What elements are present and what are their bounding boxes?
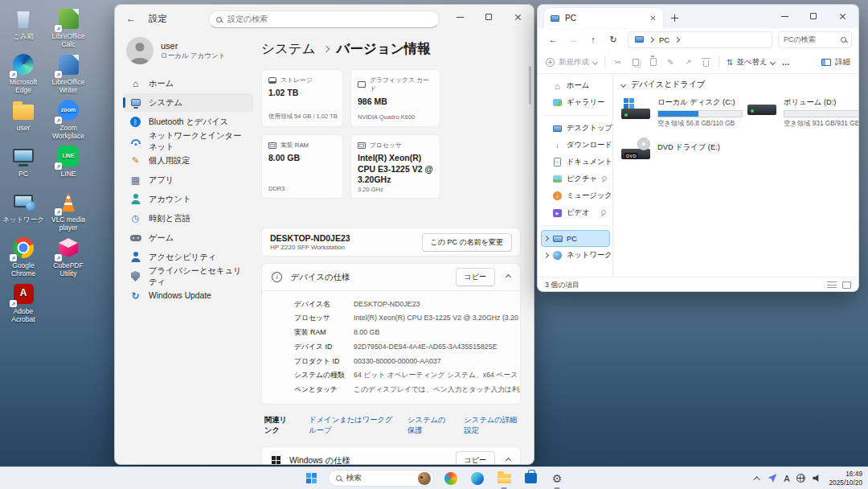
sidebar-item-personalization[interactable]: 個人用設定 [123,151,253,170]
delete-icon[interactable] [703,60,709,67]
desktop-icon-pc[interactable]: PC [2,144,45,179]
thumbnail-view-icon[interactable] [842,281,851,289]
taskbar-search[interactable]: 検索 [328,470,434,487]
desktop-icon-vlc[interactable]: VLC media player [47,190,90,232]
sidebar-item-downloads[interactable]: ダウンロード [541,137,610,154]
minimize-button[interactable] [445,5,474,29]
clock[interactable]: 16:49 2025/10/20 [829,470,862,487]
sidebar-item-home[interactable]: ホーム [541,77,610,94]
sidebar-item-accounts[interactable]: アカウント [123,190,253,208]
list-view-icon[interactable] [827,281,837,289]
new-item-button[interactable]: 新規作成 [546,57,597,68]
drive-d[interactable]: ボリューム (D:) 空き領域 931 GB/931 GB [747,97,859,128]
desktop-icon-line[interactable]: LINELINE [47,144,90,179]
sidebar-item-videos[interactable]: ビデオ [541,204,610,221]
sort-button[interactable]: 並べ替え [727,57,775,68]
sidebar-item-pc[interactable]: PC [541,230,610,247]
up-button[interactable] [584,31,602,47]
settings-search-input[interactable]: 設定の検索 [208,10,440,28]
desktop-icon-libreoffice-calc[interactable]: LibreOffice Calc [47,6,90,49]
sidebar-item-home[interactable]: ホーム [123,74,253,92]
link-domain-workgroup[interactable]: ドメインまたはワークグループ [309,415,393,436]
desktop-icon-recycle-bin[interactable]: ごみ箱 [2,6,45,41]
expand-icon[interactable] [543,236,549,241]
desktop-icon-network[interactable]: ネットワーク [2,190,45,224]
explorer-tab-pc[interactable]: PC [544,8,663,28]
refresh-button[interactable] [604,31,622,47]
taskbar-explorer-button[interactable] [494,469,514,488]
sidebar-item-bluetooth[interactable]: Bluetooth とデバイス [123,113,253,131]
back-button[interactable] [544,31,562,47]
minimize-button[interactable] [770,6,799,27]
sidebar-item-network[interactable]: ネットワーク [541,247,610,264]
drive-e-dvd[interactable]: DVD DVD ドライブ (E:) [621,138,743,162]
volume-icon[interactable] [813,475,821,483]
close-button[interactable] [503,5,532,29]
taskbar-settings-button[interactable] [547,469,567,488]
windows-spec-header[interactable]: Windows の仕様 コピー [262,447,520,465]
taskbar-copilot-button[interactable] [441,469,461,488]
scrollbar[interactable] [529,66,531,105]
device-spec-header[interactable]: i デバイスの仕様 コピー [262,264,520,290]
sidebar-item-desktop[interactable]: デスクトップ [541,120,610,137]
maximize-button[interactable] [799,6,828,27]
copy-button[interactable]: コピー [456,451,495,465]
hidden-icons-chevron[interactable] [754,476,760,483]
sidebar-item-gaming[interactable]: ゲーム [123,228,253,247]
link-advanced-system[interactable]: システムの詳細設定 [464,415,518,436]
desktop-icon-zoom[interactable]: zoomZoom Workplace [47,98,90,141]
desktop-icon-libreoffice-writer[interactable]: LibreOffice Writer [47,52,90,95]
desktop-icon-acrobat[interactable]: AAdobe Acrobat [2,281,45,324]
sidebar-item-time-language[interactable]: 時刻と言語 [123,209,253,228]
rename-pc-button[interactable]: この PC の名前を変更 [422,233,512,252]
desktop-icon-microsoft-edge[interactable]: Microsoft Edge [2,52,45,95]
sidebar-item-gallery[interactable]: ギャラリー [541,94,610,111]
more-options-button[interactable]: … [782,58,791,67]
tray-app-icon[interactable] [768,474,776,483]
taskbar-edge-button[interactable] [468,469,487,488]
settings-titlebar[interactable]: 設定 設定の検索 [115,5,534,32]
sidebar-item-apps[interactable]: アプリ [123,171,253,189]
chevron-up-icon[interactable] [506,458,511,463]
new-tab-button[interactable] [671,14,678,22]
maximize-button[interactable] [474,5,503,29]
section-header-devices-drives[interactable]: デバイスとドライブ [621,79,859,90]
sidebar-item-documents[interactable]: ドキュメント [541,154,610,171]
close-button[interactable] [828,6,857,27]
desktop-icon-chrome[interactable]: Google Chrome [2,236,45,278]
copy-button[interactable]: コピー [456,268,495,286]
paste-icon[interactable] [650,58,657,66]
sidebar-item-music[interactable]: ミュージック [541,187,610,204]
rename-icon[interactable] [665,57,676,68]
explorer-tab-strip[interactable]: PC [538,5,858,28]
forward-button[interactable] [564,31,582,47]
search-highlight-icon[interactable] [418,472,431,485]
back-icon[interactable] [126,13,136,24]
breadcrumb-pc[interactable]: PC [659,35,669,44]
link-system-protection[interactable]: システムの保護 [407,415,449,436]
network-icon[interactable] [796,474,805,483]
start-button[interactable] [301,469,321,488]
copy-icon[interactable] [633,59,639,66]
cut-icon[interactable] [612,57,623,68]
ime-indicator[interactable]: A [784,474,789,483]
sidebar-item-system[interactable]: システム [123,93,253,112]
breadcrumb-parent[interactable]: システム [261,40,316,58]
explorer-search-input[interactable]: PCの検索 [778,31,852,48]
share-icon[interactable] [683,57,694,68]
sidebar-item-accessibility[interactable]: アクセシビリティ [123,248,253,266]
user-account-block[interactable]: user ローカル アカウント [123,34,253,74]
sidebar-item-pictures[interactable]: ピクチャ [541,171,610,187]
drive-c[interactable]: ローカル ディスク (C:) 空き領域 56.8 GB/110 GB [621,97,743,128]
details-pane-button[interactable]: 詳細 [821,57,850,68]
taskbar-store-button[interactable] [521,469,540,488]
sidebar-item-windows-update[interactable]: Windows Update [123,286,253,305]
expand-icon[interactable] [543,253,549,258]
desktop-icon-cubepdf[interactable]: CubePDF Utility [47,236,90,278]
sidebar-item-network[interactable]: ネットワークとインターネット [123,132,253,150]
tab-close-icon[interactable] [650,15,656,21]
breadcrumb-bar[interactable]: PC [628,31,772,48]
sidebar-item-privacy[interactable]: プライバシーとセキュリティ [123,267,253,286]
chevron-up-icon[interactable] [506,274,511,280]
desktop-icon-user-folder[interactable]: user [2,98,45,133]
